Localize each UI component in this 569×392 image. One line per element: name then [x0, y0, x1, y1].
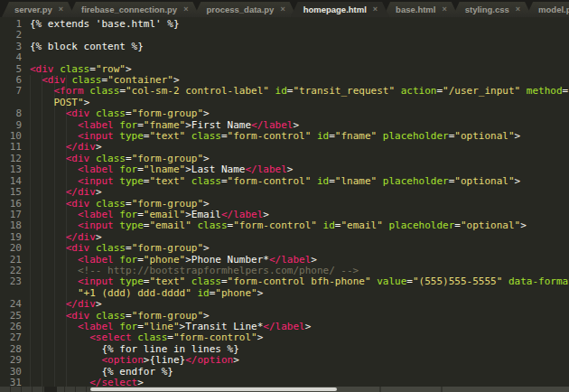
- tab-label: process_data.py: [206, 2, 274, 17]
- code-line[interactable]: 25 <div class="form-group">: [0, 311, 569, 322]
- tab-firebase_connection.py[interactable]: firebase_connection.py×: [69, 2, 200, 17]
- line-number: 13: [0, 164, 30, 175]
- code-text: <label for="line">Transit Line*</label>: [30, 322, 569, 332]
- line-number: 15: [0, 187, 30, 198]
- code-line[interactable]: 4: [0, 52, 569, 63]
- code-line[interactable]: 13 <label for="lname">Last Name</label>: [0, 164, 569, 175]
- tab-close-icon[interactable]: ×: [59, 5, 63, 14]
- code-text: </div>: [30, 142, 569, 153]
- tab-label: server.py: [14, 2, 52, 17]
- code-text: <option>{line}</option>: [30, 355, 569, 366]
- scrollbar-track-divider: [441, 387, 443, 392]
- code-text: <input type="email" class="form-control"…: [30, 220, 569, 231]
- bottom-bar: [0, 387, 569, 392]
- line-number: 24: [0, 299, 30, 310]
- code-text: <div class="form-group">: [30, 199, 569, 210]
- code-line[interactable]: 23 <input type="text" class="form-contro…: [0, 276, 569, 287]
- code-text: [30, 52, 569, 63]
- tab-close-icon[interactable]: ×: [373, 5, 378, 14]
- code-line[interactable]: 6 <div class="container">: [0, 75, 569, 86]
- code-text: {% for line in lines %}: [30, 344, 569, 355]
- tab-styling.css[interactable]: styling.css×: [452, 2, 532, 17]
- tab-close-icon[interactable]: ×: [516, 5, 520, 14]
- tab-label: styling.css: [465, 2, 509, 17]
- code-text: <div class="container">: [30, 75, 569, 86]
- code-line[interactable]: 19 </div>: [0, 232, 569, 243]
- code-text: <div class="form-group">: [30, 154, 569, 164]
- code-line[interactable]: 26 <label for="line">Transit Line*</labe…: [0, 322, 569, 332]
- code-text: POST">: [30, 98, 569, 108]
- tab-homepage.html[interactable]: homepage.html×: [291, 2, 389, 17]
- code-line[interactable]: 22 <!-- http://bootstrapformhelpers.com/…: [0, 266, 569, 276]
- code-text: <label for="phone">Phone Number*</label>: [30, 255, 569, 266]
- tab-bar: server.py×firebase_connection.py×process…: [0, 0, 569, 17]
- code-text: {% endfor %}: [30, 367, 569, 378]
- code-text: <div class="form-group">: [30, 108, 569, 119]
- code-line[interactable]: 14 <input type="text" class="form-contro…: [0, 176, 569, 187]
- line-number: 23: [0, 276, 30, 287]
- code-line[interactable]: 27 <select class="form-control">: [0, 332, 569, 343]
- code-line[interactable]: 24 </div>: [0, 299, 569, 310]
- code-line[interactable]: 21 <label for="phone">Phone Number*</lab…: [0, 255, 569, 266]
- code-line[interactable]: 15 </div>: [0, 187, 569, 198]
- line-number: 8: [0, 108, 30, 119]
- code-line[interactable]: 1{% extends 'base.html' %}: [0, 19, 569, 30]
- code-text: <div class="row">: [30, 64, 569, 75]
- code-line[interactable]: "+1 (ddd) ddd-dddd" id="phone">: [0, 288, 569, 299]
- code-line[interactable]: POST">: [0, 98, 569, 108]
- code-area[interactable]: 1{% extends 'base.html' %}23{% block con…: [0, 17, 569, 392]
- code-line[interactable]: 8 <div class="form-group">: [0, 108, 569, 119]
- code-text: <label for="fname">First Name</label>: [30, 120, 569, 131]
- line-number: 29: [0, 355, 30, 366]
- code-text: <input type="text" class="form-control" …: [30, 176, 569, 187]
- tab-label: homepage.html: [303, 2, 367, 17]
- line-number: 20: [0, 243, 30, 254]
- code-line[interactable]: 2: [0, 30, 569, 41]
- code-text: <div class="form-group">: [30, 311, 569, 322]
- tab-close-icon[interactable]: ×: [280, 5, 284, 14]
- h-scrollbar-thumb[interactable]: [90, 387, 337, 391]
- code-line[interactable]: 18 <input type="email" class="form-contr…: [0, 220, 569, 231]
- tab-model.py[interactable]: model.py×: [526, 2, 569, 17]
- code-line[interactable]: 9 <label for="fname">First Name</label>: [0, 120, 569, 131]
- code-text: </div>: [30, 232, 569, 243]
- line-number: 27: [0, 332, 30, 343]
- code-line[interactable]: 12 <div class="form-group">: [0, 154, 569, 164]
- code-line[interactable]: 30 {% endfor %}: [0, 367, 569, 378]
- code-text: <label for="lname">Last Name</label>: [30, 164, 569, 175]
- code-text: <input type="text" class="form-control" …: [30, 131, 569, 142]
- code-text: <div class="form-group">: [30, 243, 569, 254]
- tab-label: model.py: [538, 2, 569, 17]
- line-number: 7: [0, 86, 30, 97]
- code-line[interactable]: 10 <input type="text" class="form-contro…: [0, 131, 569, 142]
- code-text: {% block content %}: [30, 42, 569, 52]
- tab-label: base.html: [396, 2, 435, 17]
- code-line[interactable]: 3{% block content %}: [0, 42, 569, 52]
- scrollbar-track-segment: [44, 387, 57, 392]
- code-text: [30, 30, 569, 41]
- tab-close-icon[interactable]: ×: [442, 5, 446, 14]
- code-line[interactable]: 16 <div class="form-group">: [0, 199, 569, 210]
- code-text: </div>: [30, 187, 569, 198]
- code-line[interactable]: 5<div class="row">: [0, 64, 569, 75]
- code-line[interactable]: 11 </div>: [0, 142, 569, 153]
- code-text: </div>: [30, 299, 569, 310]
- code-text: <!-- http://bootstrapformhelpers.com/pho…: [30, 266, 569, 276]
- code-line[interactable]: 28 {% for line in lines %}: [0, 344, 569, 355]
- code-text: <label for="email">Email</label>: [30, 210, 569, 220]
- code-line[interactable]: 17 <label for="email">Email</label>: [0, 210, 569, 220]
- code-text: <input type="text" class="form-control b…: [30, 276, 569, 287]
- tab-base.html[interactable]: base.html×: [383, 2, 459, 17]
- line-number: 4: [0, 52, 30, 63]
- code-line[interactable]: 7 <form class="col-sm-2 control-label" i…: [0, 86, 569, 97]
- code-line[interactable]: 29 <option>{line}</option>: [0, 355, 569, 366]
- code-text: <select class="form-control">: [30, 332, 569, 343]
- tab-server.py[interactable]: server.py×: [2, 2, 75, 17]
- code-line[interactable]: 20 <div class="form-group">: [0, 243, 569, 254]
- tab-process_data.py[interactable]: process_data.py×: [193, 2, 296, 17]
- line-number: 11: [0, 142, 30, 153]
- line-number: 18: [0, 220, 30, 231]
- tab-close-icon[interactable]: ×: [183, 5, 188, 14]
- tab-label: firebase_connection.py: [81, 2, 177, 17]
- code-text: "+1 (ddd) ddd-dddd" id="phone">: [30, 288, 569, 299]
